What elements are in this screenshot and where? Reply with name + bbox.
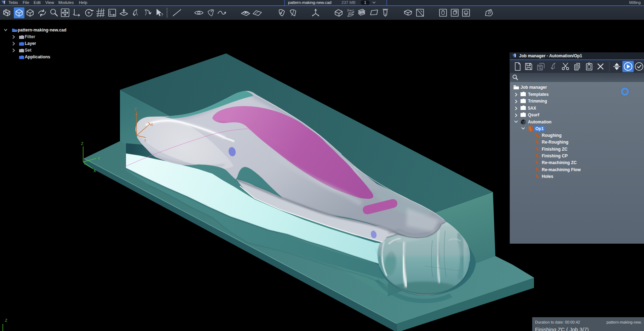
svg-text:x: x	[144, 138, 146, 142]
svg-text:Z: Z	[134, 107, 137, 111]
svg-text:Y: Y	[98, 156, 100, 161]
svg-text:X: X	[93, 169, 96, 173]
svg-text:X: X	[151, 123, 153, 127]
svg-text:2=: 2=	[347, 8, 351, 12]
svg-text:Z: Z	[5, 318, 7, 323]
svg-text:Z: Z	[81, 141, 84, 146]
svg-text:?: ?	[161, 13, 163, 17]
